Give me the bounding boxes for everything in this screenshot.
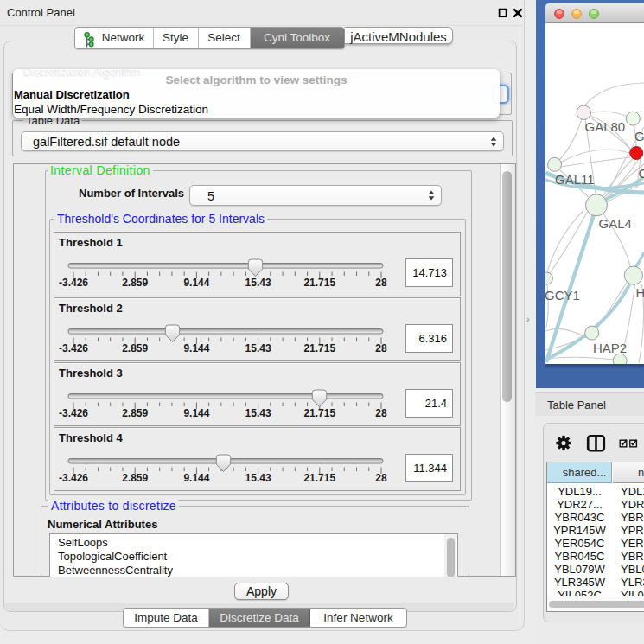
svg-text:21.715: 21.715 bbox=[303, 406, 335, 418]
svg-text:15.43: 15.43 bbox=[245, 341, 271, 354]
svg-text:H: H bbox=[636, 285, 644, 300]
svg-text:15.43: 15.43 bbox=[245, 406, 271, 418]
svg-text:2.859: 2.859 bbox=[122, 277, 148, 289]
svg-text:15.43: 15.43 bbox=[245, 471, 271, 483]
svg-text:HAP2: HAP2 bbox=[593, 341, 627, 355]
svg-text:9.144: 9.144 bbox=[183, 277, 209, 289]
svg-text:21.715: 21.715 bbox=[303, 471, 335, 483]
svg-text:GAL80: GAL80 bbox=[585, 119, 626, 134]
svg-text:15.43: 15.43 bbox=[245, 277, 271, 289]
svg-text:C: C bbox=[639, 166, 644, 181]
svg-text:GAL4: GAL4 bbox=[599, 216, 632, 231]
svg-text:28: 28 bbox=[375, 277, 387, 289]
svg-text:21.715: 21.715 bbox=[303, 277, 335, 289]
svg-text:2.859: 2.859 bbox=[122, 341, 148, 354]
svg-text:9.144: 9.144 bbox=[183, 406, 209, 418]
svg-text:9.144: 9.144 bbox=[183, 471, 209, 483]
svg-text:G.: G. bbox=[634, 129, 644, 143]
svg-text:28: 28 bbox=[375, 471, 387, 483]
svg-text:28: 28 bbox=[375, 406, 387, 418]
svg-text:GAL11: GAL11 bbox=[555, 172, 595, 187]
svg-text:21.715: 21.715 bbox=[303, 341, 335, 354]
svg-text:GCY1: GCY1 bbox=[545, 288, 580, 303]
svg-text:2.859: 2.859 bbox=[122, 471, 148, 483]
svg-text:9.144: 9.144 bbox=[183, 341, 209, 354]
svg-text:-3.426: -3.426 bbox=[59, 341, 88, 354]
svg-text:2.859: 2.859 bbox=[122, 406, 148, 418]
svg-text:-3.426: -3.426 bbox=[59, 277, 88, 289]
svg-text:-3.426: -3.426 bbox=[59, 406, 88, 418]
svg-text:-3.426: -3.426 bbox=[59, 471, 88, 483]
svg-text:28: 28 bbox=[375, 341, 387, 354]
